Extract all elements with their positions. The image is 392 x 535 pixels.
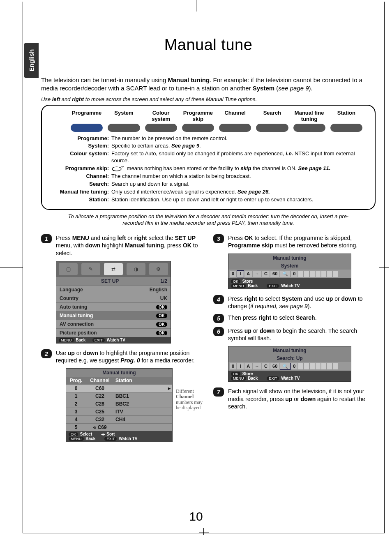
osd-icon: ◑ xyxy=(127,263,145,275)
t: Watch TV xyxy=(281,376,300,380)
text: ( xyxy=(274,85,278,92)
text: ). xyxy=(309,85,313,92)
step-number-icon: 7 xyxy=(213,387,224,397)
osd-cell: A xyxy=(244,271,252,277)
table-head: Prog. Channel Station xyxy=(66,377,172,384)
t: and xyxy=(60,96,72,102)
osd-title: Manual tuning xyxy=(102,370,136,376)
def-row: Programme skip: means nothing has been s… xyxy=(48,165,369,172)
th: Channel xyxy=(86,377,114,384)
pill xyxy=(330,124,362,132)
osd-icon: ▢ xyxy=(59,263,78,275)
osd-cell-empty xyxy=(321,271,326,277)
step-7: 7 Each signal will show on the televisio… xyxy=(213,387,376,410)
menu-btn-icon: MENU xyxy=(231,284,246,288)
pill xyxy=(256,124,288,132)
t: Watch TV xyxy=(281,284,300,288)
osd-cell-empty xyxy=(298,363,303,369)
t: Watch TV xyxy=(119,436,137,441)
def-label: Programme skip: xyxy=(48,165,111,172)
def-label: Station: xyxy=(48,196,111,203)
table-row: 5⟲ C69 xyxy=(66,423,172,431)
pill xyxy=(71,124,103,132)
th: Station xyxy=(114,377,172,384)
def-label: Channel: xyxy=(48,173,111,180)
def-row: Station:Station identification. Use up o… xyxy=(48,196,369,203)
osd-subhead: Search: Up xyxy=(228,355,351,362)
osd-title: Manual tuning xyxy=(273,348,306,353)
step-text: Use up or down to highlight the programm… xyxy=(56,349,203,364)
pill xyxy=(182,124,214,132)
def-text: Search up and down for a signal. xyxy=(111,181,369,188)
tab-label: System xyxy=(105,110,142,116)
osd-bar: 0IA→C60🔍0 xyxy=(228,270,351,278)
osd-row: Picture positionOK xyxy=(56,328,171,337)
text-bold: Manual tuning xyxy=(168,76,210,83)
text-bold: System xyxy=(253,85,274,92)
step-4: 4 Press right to select System and use u… xyxy=(213,295,376,310)
exit-btn-icon: EXIT xyxy=(267,376,279,380)
osd-search-screen: Manual tuning Search: Up 0IA→C60🔍0 OK St… xyxy=(228,346,351,382)
step-text: Press OK to select. If the programme is … xyxy=(228,234,376,249)
osd-cell: 60 xyxy=(270,271,279,277)
tab-label: Search xyxy=(254,110,291,116)
tab-label: Channel xyxy=(217,110,254,116)
pill xyxy=(145,124,177,132)
ok-btn-icon: OK xyxy=(231,372,240,376)
osd-manual-tuning-list: Manual tuning Prog. Channel Station 0C60… xyxy=(66,368,173,442)
tab-label: Manual fine tuning xyxy=(291,110,328,122)
osd-cell: 0 xyxy=(230,271,236,277)
page-content: Manual tune The television can be tuned-… xyxy=(41,36,376,448)
allocation-note: To allocate a programme position on the … xyxy=(66,213,351,227)
t: Store xyxy=(242,371,253,376)
step-text: Press up or down to begin the search. Th… xyxy=(228,327,376,342)
ok-btn-icon: OK xyxy=(231,279,240,284)
right-column: 3 Press OK to select. If the programme i… xyxy=(213,234,376,448)
t: Select xyxy=(80,432,92,436)
step-number-icon: 3 xyxy=(213,234,224,243)
osd-cell-empty xyxy=(333,271,338,277)
exit-btn-icon: EXIT xyxy=(267,284,279,288)
text: The television can be tuned-in manually … xyxy=(41,76,168,83)
def-row: Programme:The number to be pressed on th… xyxy=(48,135,369,142)
step-text: Then press right to select Search. xyxy=(228,314,376,321)
menu-btn-icon: MENU xyxy=(59,338,74,342)
osd-icon: ✎ xyxy=(81,263,100,275)
osd-row: AV connectionOK xyxy=(56,320,171,328)
t: to move across the screen and select any… xyxy=(84,96,257,102)
osd-icon: ⇄ xyxy=(104,263,123,275)
page-number: 10 xyxy=(189,510,203,523)
def-row: Channel:The channel number on which a st… xyxy=(48,173,369,180)
osd-subhead: System xyxy=(228,262,351,270)
osd-cell-empty xyxy=(321,363,326,369)
table-row: 3C25ITV xyxy=(66,408,172,415)
info-tabs-pills xyxy=(48,124,369,135)
osd-row: CountryUK xyxy=(56,294,171,302)
def-row: System:Specific to certain areas. See pa… xyxy=(48,143,369,150)
def-text: Factory set to Auto, should only be chan… xyxy=(111,150,369,164)
pill xyxy=(108,124,140,132)
svg-point-0 xyxy=(112,167,121,171)
intro-paragraph: The television can be tuned-in manually … xyxy=(41,76,376,93)
exit-btn-icon: EXIT xyxy=(104,437,117,441)
def-row: Search:Search up and down for a signal. xyxy=(48,181,369,188)
language-tab: English xyxy=(24,43,39,78)
def-label: Manual fine tuning: xyxy=(48,189,111,196)
def-text: means nothing has been stored or the fac… xyxy=(111,165,369,172)
osd-cell: 0 xyxy=(291,363,297,369)
step-5: 5 Then press right to select Search. xyxy=(213,314,376,323)
t: Back xyxy=(248,376,258,380)
osd-cell: A xyxy=(244,363,252,369)
t: left xyxy=(52,96,60,102)
step-text: Each signal will show on the television,… xyxy=(228,387,376,410)
osd-cell: I xyxy=(237,363,244,369)
def-text: Station identification. Use up or down a… xyxy=(111,196,369,203)
osd-title: SET UP xyxy=(101,278,119,284)
ok-btn-icon: OK xyxy=(69,432,78,436)
table-row: 1C22BBC1 xyxy=(66,392,172,400)
table-row: 2C28BBC2 xyxy=(66,400,172,408)
tab-label: Station xyxy=(328,110,365,116)
t: Back xyxy=(85,436,95,441)
def-label: System: xyxy=(48,143,111,150)
osd-cell: 0 xyxy=(230,363,236,369)
